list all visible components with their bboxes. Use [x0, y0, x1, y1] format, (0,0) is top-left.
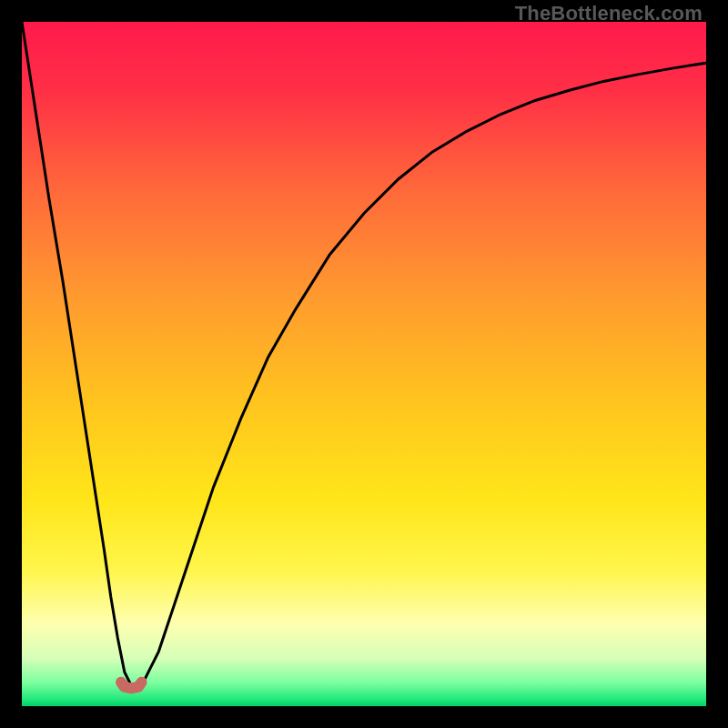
- bottleneck-chart: [22, 22, 706, 706]
- watermark-text: TheBottleneck.com: [515, 2, 703, 25]
- minimum-marker: [121, 682, 142, 689]
- chart-frame: [22, 22, 706, 706]
- gradient-background: [22, 22, 706, 706]
